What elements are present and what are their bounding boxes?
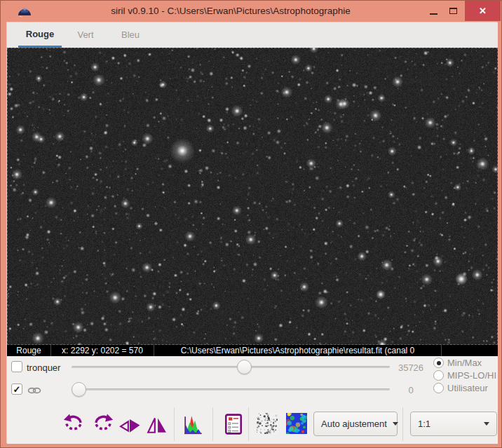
tab-bleu[interactable]: Bleu [114,22,147,48]
channel-tabbar: Rouge Vert Bleu [7,22,498,48]
rotate-ccw-icon [63,414,84,435]
toolbar-separator [174,407,175,441]
starfield-image[interactable] [7,48,498,345]
window-title: siril v0.9.10 - C:\Users\Erwan\Pictures\… [43,1,419,22]
radio-minmax[interactable]: Min/Max [433,357,482,369]
slider-thumb[interactable] [72,382,86,397]
maximize-button[interactable] [444,1,462,21]
status-separator [441,345,442,356]
flip-horizontal-button[interactable] [118,412,142,436]
zoom-dropdown[interactable]: 1:1 [410,412,497,436]
slider-track [72,366,390,368]
rotate-ccw-button[interactable] [62,412,86,436]
slider-thumb[interactable] [237,360,252,374]
toolbar-separator [248,407,249,441]
client-area: Rouge Vert Bleu Rouge x: 2292 y: 0202 = … [6,22,497,443]
close-button[interactable]: ✕ [465,1,501,21]
flip-vertical-icon [146,414,167,435]
zoom-label: 1:1 [418,419,478,429]
toolbar-separator [212,407,213,441]
radio-mips-label: MIPS-LO/HI [447,370,496,381]
histogram-icon [184,414,205,435]
radio-circle [433,370,444,381]
rotate-cw-icon [93,414,114,435]
chevron-down-icon [484,422,489,426]
status-channel: Rouge [7,346,50,355]
flip-horizontal-icon [119,414,140,435]
status-file-path: C:\Users\Erwan\Pictures\Astrophotographi… [154,346,441,355]
radio-circle [433,383,444,393]
flip-vertical-button[interactable] [144,412,168,436]
stretch-mode-dropdown[interactable]: Auto ajustement [313,412,398,436]
radio-mips[interactable]: MIPS-LO/HI [433,369,496,381]
negative-view-button[interactable] [257,413,278,434]
link-channels-checkbox[interactable]: ✓ [11,383,22,395]
minimize-icon [430,13,437,15]
radio-minmax-label: Min/Max [447,358,482,368]
high-level-slider[interactable] [67,359,395,376]
chevron-down-icon [393,422,398,426]
false-color-view-button[interactable] [286,413,307,434]
tab-vert[interactable]: Vert [69,22,102,48]
high-level-value: 35726 [391,362,430,373]
chain-link-icon [27,386,41,395]
rotate-cw-button[interactable] [91,412,115,436]
toolbar: Auto ajustement 1:1 [7,405,498,444]
frame-list-icon [223,414,244,435]
toolbar-separator [402,407,403,441]
truncate-label: tronquer [27,362,60,373]
titlebar: siril v0.9.10 - C:\Users\Erwan\Pictures\… [1,1,502,22]
histogram-button[interactable] [182,412,206,436]
close-icon: ✕ [479,6,487,16]
siril-app-icon [18,6,32,18]
statusbar: Rouge x: 2292 y: 0202 = 570 C:\Users\Erw… [7,345,498,356]
low-level-slider[interactable] [67,381,395,398]
level-controls: tronquer 35726 ✓ 0 Min/Max [7,356,498,405]
truncate-checkbox[interactable] [11,361,22,372]
minimize-button[interactable] [424,1,442,21]
stretch-mode-label: Auto ajustement [321,419,387,429]
radio-user[interactable]: Utilisateur [433,382,488,394]
frame-list-button[interactable] [222,412,245,436]
siril-window: siril v0.9.10 - C:\Users\Erwan\Pictures\… [0,0,502,448]
maximize-icon [449,8,457,14]
tab-rouge[interactable]: Rouge [18,22,62,48]
radio-user-label: Utilisateur [447,383,488,393]
low-level-value: 0 [391,385,430,395]
radio-circle [433,358,444,368]
status-cursor-value: x: 2292 y: 0202 = 570 [51,346,154,355]
slider-track [72,388,390,391]
